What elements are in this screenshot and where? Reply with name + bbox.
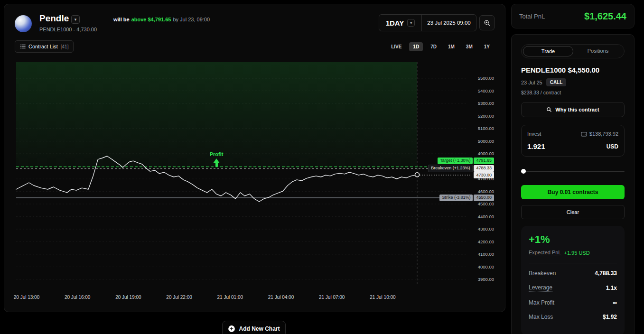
x-axis-label: 21 Jul 01:00 [209, 295, 252, 300]
stat-row: Leverage1.1x [529, 284, 617, 292]
prediction-target: above $4,791.65 [131, 17, 171, 22]
invest-label: Invest [527, 131, 541, 137]
prediction-prefix: will be [113, 17, 130, 22]
timeframe-select[interactable]: 1DAY ▾ [379, 15, 422, 31]
range-tab-1m[interactable]: 1M [444, 42, 458, 51]
add-new-chart-label: Add New Chart [239, 325, 280, 332]
contract-date: 23 Jul 25 [521, 80, 542, 85]
contract-list-button[interactable]: Contract List [41] [15, 40, 74, 53]
search-icon [546, 107, 552, 112]
wallet-balance: $138,793.92 [581, 131, 618, 137]
invest-amount-input[interactable] [527, 142, 579, 150]
range-tab-1d[interactable]: 1D [409, 42, 423, 51]
stat-row: Max Profit∞ [529, 299, 617, 306]
stat-label: Leverage [529, 284, 552, 292]
stat-value: 4,788.33 [595, 270, 617, 277]
plus-circle-icon [228, 325, 235, 333]
asset-subtitle: PENDLE1000 - 4,730.00 [39, 27, 97, 32]
zoom-button[interactable] [479, 15, 495, 30]
range-tab-7d[interactable]: 7D [427, 42, 440, 51]
asset-dropdown-button[interactable]: ▾ [71, 15, 80, 24]
stat-value: $1.92 [603, 314, 617, 320]
list-icon [20, 44, 26, 49]
stat-value: 1.1x [606, 285, 617, 291]
trade-panel: Trade Positions PENDLE1000 $4,550.00 23 … [511, 34, 635, 334]
stat-row: Breakeven4,788.33 [529, 270, 617, 277]
range-tabs: LIVE1D7D1M3M1Y [387, 42, 494, 51]
x-axis-label: 20 Jul 16:00 [56, 295, 99, 300]
contract-list-label: Contract List [28, 44, 58, 49]
slider-thumb[interactable] [521, 169, 526, 174]
stat-label: Max Profit [529, 299, 554, 306]
range-tab-3m[interactable]: 3M [462, 42, 476, 51]
stat-label: Max Loss [529, 314, 553, 320]
prediction-expiry: by Jul 23, 09:00 [173, 17, 210, 22]
why-this-contract-label: Why this contract [555, 107, 599, 112]
invest-slider[interactable] [521, 169, 625, 174]
total-pnl-value: $1,625.44 [584, 11, 626, 22]
contract-type-badge: CALL [546, 78, 567, 86]
chevron-down-icon: ▾ [407, 19, 415, 27]
stat-row: Max Loss$1.92 [529, 314, 617, 320]
contract-list-count: [41] [61, 44, 69, 49]
trade-positions-tabs: Trade Positions [521, 44, 625, 58]
stat-label: Breakeven [529, 270, 556, 277]
total-pnl-card: Total PnL $1,625.44 [511, 4, 635, 28]
timeframe-controls: 1DAY ▾ 23 Jul 2025 09:00 [379, 14, 476, 31]
add-new-chart-button[interactable]: Add New Chart [222, 321, 286, 334]
clear-button[interactable]: Clear [521, 205, 625, 219]
why-this-contract-button[interactable]: Why this contract [521, 102, 625, 117]
x-axis-label: 20 Jul 22:00 [158, 295, 201, 300]
x-axis-label: 20 Jul 13:00 [5, 295, 48, 300]
wallet-balance-value: $138,793.92 [589, 131, 618, 137]
range-tab-live[interactable]: LIVE [387, 42, 405, 51]
contract-title: PENDLE1000 $4,550.00 [521, 66, 625, 74]
tab-trade[interactable]: Trade [523, 46, 573, 56]
timeframe-value: 1DAY [386, 19, 404, 27]
profit-region [16, 62, 417, 167]
price-chart[interactable] [15, 62, 496, 285]
trade-summary-card: +1% Expected PnL +1.95 USD Breakeven4,78… [521, 226, 625, 334]
expiry-datetime-value: 23 Jul 2025 09:00 [427, 20, 470, 26]
x-axis-label: 21 Jul 07:00 [310, 295, 353, 300]
last-price-marker [415, 173, 420, 177]
slider-track[interactable] [521, 171, 625, 172]
range-tab-1y[interactable]: 1Y [480, 42, 494, 51]
chart-panel: Pendle ▾ PENDLE1000 - 4,730.00 will be a… [4, 4, 505, 312]
contract-price: $238.33 / contract [521, 90, 625, 95]
x-axis-label: 21 Jul 04:00 [260, 295, 302, 300]
prediction-text: will be above $4,791.65 by Jul 23, 09:00 [113, 17, 210, 22]
contract-meta: 23 Jul 25 CALL [521, 78, 625, 86]
buy-button[interactable]: Buy 0.01 contracts [521, 185, 625, 199]
x-axis-label: 20 Jul 19:00 [107, 295, 149, 300]
expected-pnl-value: +1.95 USD [564, 250, 590, 256]
invest-box: Invest $138,793.92 USD [521, 125, 625, 157]
total-pnl-label: Total PnL [519, 13, 545, 20]
x-axis-label: 21 Jul 10:00 [361, 295, 404, 300]
x-axis: 20 Jul 13:0020 Jul 16:0020 Jul 19:0020 J… [15, 295, 496, 302]
stat-value: ∞ [613, 299, 617, 306]
expected-return-pct: +1% [529, 233, 617, 246]
expected-pnl-label: Expected PnL [529, 250, 561, 256]
asset-title: Pendle [39, 13, 69, 24]
asset-logo [15, 15, 32, 32]
chevron-down-icon: ▾ [75, 17, 77, 22]
invest-currency: USD [607, 143, 618, 150]
summary-stats: Breakeven4,788.33Leverage1.1xMax Profit∞… [529, 270, 617, 320]
magnifier-plus-icon [484, 19, 491, 27]
divider [529, 263, 617, 263]
wallet-icon [581, 131, 587, 137]
tab-positions[interactable]: Positions [573, 46, 623, 56]
expiry-datetime-picker[interactable]: 23 Jul 2025 09:00 [422, 15, 476, 31]
